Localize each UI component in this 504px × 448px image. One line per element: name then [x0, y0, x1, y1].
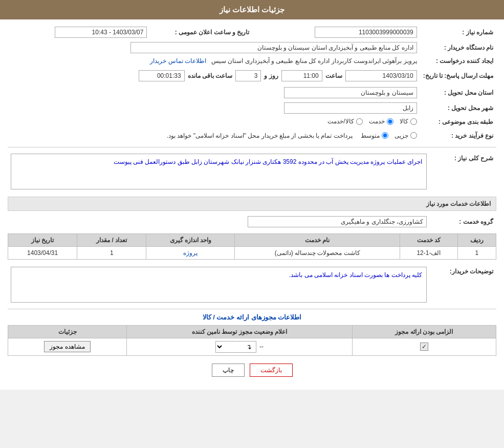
description-value: اجرای عملیات پروژه مدیریت پخش آب در محدو… [11, 154, 427, 189]
city-label: شهر محل تحویل : [420, 100, 496, 116]
return-button[interactable]: بازگشت [250, 364, 293, 377]
separator-1 [8, 147, 496, 147]
buyer-description-label: توضیحات خریدار: [430, 265, 496, 305]
permissions-table: الزامی بودن ارائه مجوز اعلام وضعیت مجوز … [8, 325, 496, 356]
announce-datetime-value: 1403/03/07 - 10:43 [55, 27, 147, 38]
page-header: جزئیات اطلاعات نیاز [0, 0, 504, 19]
description-label: شرح کلی نیاز : [430, 152, 496, 191]
service-group-label: گروه خدمت : [430, 214, 496, 229]
cell-unit: پروژه [146, 246, 235, 259]
category-option-khedmat: خدمت [369, 118, 393, 125]
perm-col-details: جزئیات [8, 325, 127, 338]
province-label: استان محل تحویل : [420, 85, 496, 100]
province-value: سیستان و بلوچستان [284, 87, 417, 98]
perm-col-status: اعلام وضعیت مجوز توسط نامین کننده [127, 325, 353, 338]
page-wrapper: جزئیات اطلاعات نیاز شماره نیاز : 1103003… [0, 0, 504, 390]
response-date: 1403/03/10 [345, 70, 417, 81]
col-date: تاریخ نیاز [8, 233, 77, 246]
col-row: ردیف [457, 233, 496, 246]
category-option-kala: کالا [400, 118, 417, 125]
need-number-value: 1103003999000039 [315, 27, 417, 38]
view-permit-button[interactable]: مشاهده مجوز [44, 341, 90, 352]
need-number-label: شماره نیاز : [420, 25, 496, 40]
buyer-description-value: کلیه پرداخت ها بصورت اسناد خزانه اسلامی … [11, 267, 427, 303]
response-days: 3 [235, 70, 261, 81]
cell-code: الف-1-12 [400, 246, 457, 259]
footer-buttons: بازگشت چاپ [8, 356, 496, 385]
response-deadline-label: مهلت ارسال پاسخ: تا تاریخ: [420, 67, 496, 85]
perm-required-checkbox[interactable]: ✓ [420, 343, 428, 351]
city-value: زابل [284, 102, 417, 114]
table-row: 1 الف-1-12 کاشت محصولات چندساله (دائمی) … [8, 246, 496, 259]
permissions-section-title: اطلاعات مجوزهای ارائه خدمت / کالا [8, 313, 496, 321]
buyer-description-table: توضیحات خریدار: کلیه پرداخت ها بصورت اسن… [8, 265, 496, 305]
response-countdown: 00:01:33 [139, 70, 185, 81]
category-radio-group: کالا خدمت کالا/خدمت [327, 118, 417, 125]
buyer-org-label: نام دستگاه خریدار : [420, 40, 496, 55]
buyer-org-value: اداره کل منابع طبیعی و آبخیزداری استان س… [130, 42, 417, 53]
services-section-title: اطلاعات خدمات مورد نیاز [8, 197, 496, 211]
cell-row: 1 [457, 246, 496, 259]
perm-col-required: الزامی بودن ارائه مجوز [352, 325, 496, 338]
cell-qty: 1 [77, 246, 146, 259]
category-label: طبقه بندی موضوعی : [420, 116, 496, 129]
response-time-label: ساعت [325, 72, 342, 79]
contact-link[interactable]: اطلاعات تماس خریدار [150, 57, 206, 65]
perm-required-cell: ✓ [352, 338, 496, 355]
perm-details-cell: مشاهده مجوز [8, 338, 127, 355]
response-time: 11:00 [281, 70, 322, 81]
response-countdown-label: ساعت باقی مانده [188, 72, 233, 79]
cell-date: 1403/04/31 [8, 246, 77, 259]
perm-status-cell: -- ↴ [127, 338, 353, 355]
process-option-jozii: جزیی [395, 132, 417, 139]
basic-info-table: شماره نیاز : 1103003999000039 تاریخ و سا… [8, 25, 496, 143]
service-group-value: کشاورزی، جنگلداری و ماهیگیری [248, 216, 427, 227]
col-unit: واحد اندازه گیری [146, 233, 235, 246]
process-radio-group: جزیی متوسط [361, 132, 417, 139]
separator-2 [8, 309, 496, 309]
description-table: شرح کلی نیاز : اجرای عملیات پروژه مدیریت… [8, 152, 496, 191]
col-code: کد خدمت [400, 233, 457, 246]
col-name: نام خدمت [235, 233, 400, 246]
process-label: نوع فرآیند خرید : [420, 129, 496, 143]
perm-status-select[interactable]: ↴ [215, 341, 256, 353]
category-option-kala-khedmat: کالا/خدمت [327, 118, 362, 125]
service-group-table: گروه خدمت : کشاورزی، جنگلداری و ماهیگیری [8, 214, 496, 229]
requester-label: ایجاد کننده درخواست : [420, 55, 496, 67]
page-title: جزئیات اطلاعات نیاز [220, 5, 284, 14]
requester-value: پرویز برآهوئی ایراندوست کاربرداز اداره ک… [211, 57, 417, 65]
process-option-motavaset: متوسط [361, 132, 388, 139]
col-qty: تعداد / مقدار [77, 233, 146, 246]
print-button[interactable]: چاپ [212, 364, 245, 377]
announce-datetime-label: تاریخ و ساعت اعلان عمومی : [150, 25, 252, 40]
main-content: شماره نیاز : 1103003999000039 تاریخ و سا… [0, 19, 504, 390]
services-table: ردیف کد خدمت نام خدمت واحد اندازه گیری ت… [8, 233, 496, 260]
cell-name: کاشت محصولات چندساله (دائمی) [235, 246, 400, 259]
perm-row: ✓ -- ↴ مشاهده مجوز [8, 338, 496, 355]
response-days-label: روز و [264, 72, 278, 79]
process-note: پرداخت تمام یا بخشی از مبلغ خریدار محل "… [167, 132, 353, 139]
